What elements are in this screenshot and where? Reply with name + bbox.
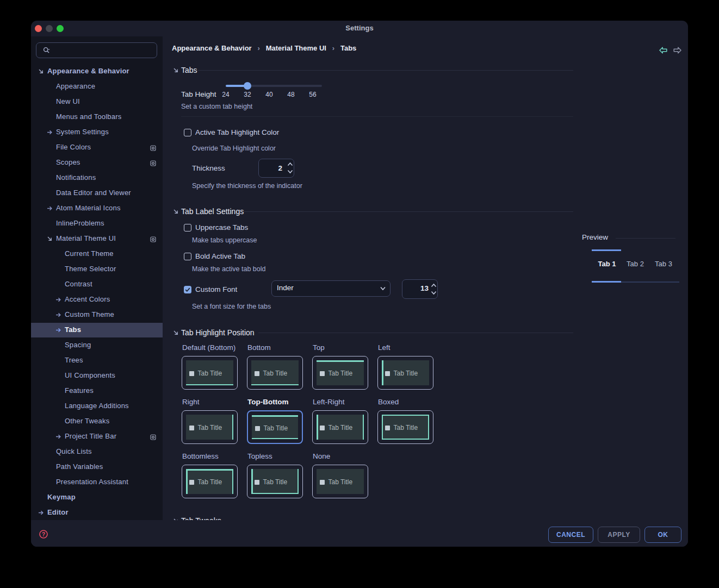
- svg-text:?: ?: [41, 531, 45, 537]
